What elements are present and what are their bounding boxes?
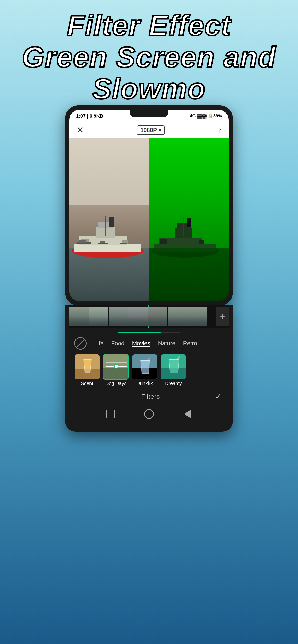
svg-rect-38	[140, 360, 150, 361]
timeline-thumb-2	[89, 307, 108, 326]
notch	[130, 110, 168, 118]
video-left-original	[69, 138, 149, 301]
nav-back-button[interactable]	[183, 409, 192, 419]
progress-bar-wrap	[69, 330, 229, 335]
svg-rect-10	[79, 240, 86, 243]
timeline-thumb-3	[109, 307, 128, 326]
filters-bottom-bar: Filters ✓	[69, 388, 229, 405]
no-filter-button[interactable]	[74, 337, 87, 350]
hero-line1: Filter Effect	[10, 10, 288, 41]
svg-rect-12	[100, 241, 105, 243]
video-preview	[69, 138, 229, 301]
filter-dreamy[interactable]: Dreamy	[161, 354, 186, 386]
filter-dogdays-thumb	[103, 354, 129, 380]
timeline-strip	[69, 307, 215, 326]
filter-scent[interactable]: Scent	[74, 354, 100, 386]
filter-dreamy-label: Dreamy	[161, 381, 186, 386]
filter-scent-thumb	[74, 354, 100, 380]
filter-scent-img	[75, 354, 100, 379]
status-time: 1:07 | 0,9KB	[76, 113, 103, 119]
svg-rect-43	[169, 359, 179, 360]
filter-dunkirk-thumb	[132, 354, 158, 380]
svg-rect-22	[199, 240, 204, 244]
filter-dunkirk-label: Dunkirk	[132, 381, 158, 386]
svg-rect-19	[187, 218, 191, 227]
filter-items: Scent	[69, 352, 229, 388]
category-retro[interactable]: Retro	[183, 340, 197, 347]
video-right-greenscreen	[149, 138, 229, 301]
category-food[interactable]: Food	[111, 340, 124, 347]
timeline-thumb-4	[128, 307, 147, 326]
timeline-thumb-1	[69, 307, 89, 326]
nav-bar	[69, 405, 229, 426]
progress-fill	[118, 332, 162, 333]
svg-rect-29	[103, 368, 129, 380]
category-nature[interactable]: Nature	[158, 340, 175, 347]
filter-dogdays[interactable]: Dog Days	[103, 354, 129, 386]
horizon-ships	[74, 238, 146, 245]
svg-point-30	[114, 364, 118, 368]
resolution-selector[interactable]: 1080P ▾	[137, 125, 165, 135]
filter-section: Life Food Movies Nature Retro	[69, 328, 229, 428]
category-tabs: Life Food Movies Nature Retro	[69, 335, 229, 352]
phone-bottom: + Life Food Movies Na	[65, 305, 233, 432]
svg-rect-21	[160, 239, 167, 244]
export-button[interactable]: ↑	[218, 126, 221, 134]
svg-rect-5	[109, 217, 114, 227]
filter-scent-label: Scent	[74, 381, 100, 386]
close-button[interactable]: ✕	[77, 125, 84, 135]
category-life[interactable]: Life	[94, 340, 104, 347]
svg-marker-25	[84, 359, 91, 372]
filter-dogdays-img	[103, 354, 128, 379]
timeline-thumb-6	[168, 307, 187, 326]
nav-square-button[interactable]	[106, 409, 115, 419]
svg-marker-37	[140, 360, 150, 374]
nav-home-button[interactable]	[144, 409, 154, 419]
filter-dreamy-img	[161, 354, 186, 379]
status-right: 4G ▓▓▓ 🔋89%	[190, 113, 222, 118]
timeline-add-button[interactable]: +	[216, 307, 229, 326]
svg-rect-26	[84, 359, 91, 360]
filter-dunkirk[interactable]: Dunkirk	[132, 354, 158, 386]
filters-label: Filters	[86, 393, 215, 400]
filter-dogdays-label: Dog Days	[103, 381, 129, 386]
filters-check-button[interactable]: ✓	[215, 392, 221, 401]
timeline[interactable]: +	[69, 305, 229, 328]
svg-rect-17	[175, 228, 192, 238]
phone-top: 1:07 | 0,9KB 4G ▓▓▓ 🔋89% ✕ 1080P ▾ ↑	[65, 106, 233, 306]
app-toolbar: ✕ 1080P ▾ ↑	[69, 122, 229, 138]
hero-line2: Green Screen and Slowmo	[10, 41, 288, 104]
filter-dreamy-thumb	[161, 354, 186, 380]
phone-device: 1:07 | 0,9KB 4G ▓▓▓ 🔋89% ✕ 1080P ▾ ↑	[65, 106, 233, 432]
filter-dunkirk-img	[132, 354, 157, 379]
svg-rect-13	[120, 243, 127, 244]
hero-title: Filter Effect Green Screen and Slowmo	[0, 10, 298, 104]
ship-left-svg	[69, 212, 148, 260]
timeline-thumb-5	[148, 307, 167, 326]
category-movies[interactable]: Movies	[132, 340, 150, 347]
timeline-thumb-7	[187, 307, 207, 326]
svg-marker-42	[169, 360, 179, 373]
progress-bar	[118, 332, 180, 333]
